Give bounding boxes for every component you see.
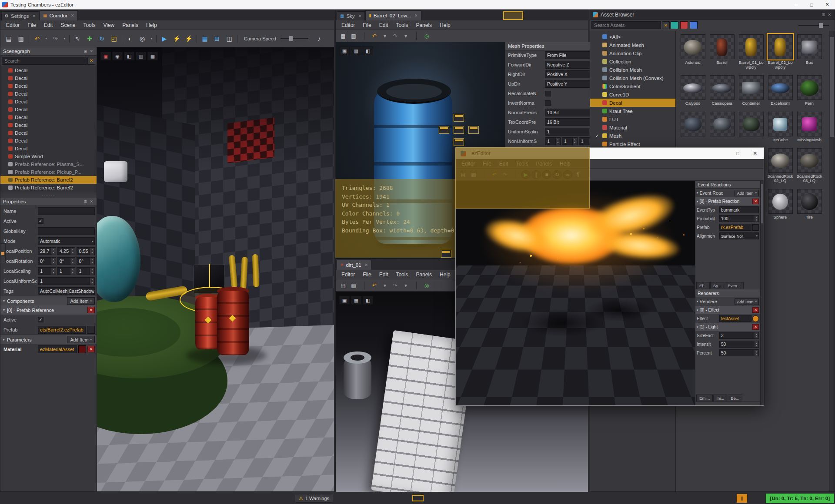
asset-item[interactable]: Sphere: [766, 189, 795, 220]
scrollbar-thumb[interactable]: [830, 37, 834, 137]
simulate-icon[interactable]: ⚡: [171, 33, 182, 44]
separator[interactable]: [68, 33, 71, 44]
tab-close-icon[interactable]: ✕: [414, 13, 418, 18]
tab-close-icon[interactable]: ✕: [71, 13, 74, 18]
position-z-input[interactable]: 0.55: [77, 247, 95, 255]
tags-select[interactable]: AutoColMesh|CastShadow: [38, 287, 95, 295]
panel-tab[interactable]: Ef...: [696, 282, 710, 289]
scrollbar[interactable]: [760, 181, 764, 405]
asset-item[interactable]: Calypso: [678, 75, 707, 106]
scenegraph-item[interactable]: Decal: [0, 90, 97, 98]
asset-item[interactable]: ScannedRock03_LQ: [795, 148, 824, 183]
separator[interactable]: [195, 33, 198, 44]
effect-renderer-group[interactable]: [0] - Effect ✕: [695, 306, 760, 314]
components-section-header[interactable]: Components Add Item: [0, 296, 97, 305]
maximize-button[interactable]: □: [729, 148, 746, 159]
search-clear-icon[interactable]: ✕: [87, 57, 95, 65]
menu-item[interactable]: Edit: [375, 270, 392, 279]
slider-thumb[interactable]: [289, 36, 293, 41]
material-asset-input[interactable]: ezMaterialAsset: [38, 345, 77, 353]
asset-item[interactable]: ScannedRock02_LQ: [766, 148, 795, 183]
asset-item[interactable]: Box: [795, 34, 824, 70]
scrollbar[interactable]: [829, 31, 835, 491]
remove-renderer-icon[interactable]: ✕: [752, 324, 759, 330]
menu-item[interactable]: Panels: [118, 20, 142, 30]
scene-viewport[interactable]: ▣◉◧▥▦: [97, 47, 334, 491]
panel-tab[interactable]: Even...: [725, 282, 744, 289]
asset-browse-button[interactable]: [752, 315, 759, 322]
grid-icon[interactable]: ▦: [351, 46, 361, 55]
rotation-z-input[interactable]: 0°: [77, 257, 95, 265]
menu-item[interactable]: Scene: [57, 20, 79, 30]
save-all-icon[interactable]: ▥: [349, 32, 358, 40]
redo-dropdown-icon[interactable]: ▾: [401, 281, 411, 290]
render-pipeline-icon[interactable]: ◎: [137, 33, 148, 44]
asset-type-filter[interactable]: Curve1D: [590, 90, 675, 99]
scenegraph-item[interactable]: Prefab Reference: Pickup_P...: [0, 168, 97, 176]
menu-item[interactable]: Tools: [392, 270, 412, 279]
menu-item[interactable]: Tools: [392, 20, 412, 30]
asset-type-filter[interactable]: Decal: [590, 99, 675, 107]
menu-item[interactable]: File: [23, 20, 40, 30]
asset-type-filter[interactable]: Kraut Tree: [590, 107, 675, 115]
globalkey-input[interactable]: [38, 227, 95, 235]
active-checkbox[interactable]: ✓: [38, 218, 43, 224]
filter-collections-icon[interactable]: [671, 21, 678, 29]
particle-viewport[interactable]: [456, 181, 695, 405]
redo-icon[interactable]: ↷: [391, 32, 400, 40]
redo-dropdown-icon[interactable]: ▾: [401, 32, 411, 40]
scenegraph-item[interactable]: Decal: [0, 121, 97, 129]
asset-type-filter[interactable]: Material: [590, 123, 675, 132]
mode-select[interactable]: Automatic: [38, 237, 95, 245]
scenegraph-item[interactable]: Decal: [0, 145, 97, 153]
menu-item[interactable]: Help: [142, 20, 161, 30]
name-input[interactable]: [38, 207, 95, 215]
asset-item[interactable]: ExcelsiorII: [766, 75, 795, 106]
pause-status-button[interactable]: ∥: [737, 494, 747, 503]
scenegraph-item[interactable]: Simple Wind: [0, 153, 97, 160]
asset-type-filter[interactable]: LUT: [590, 115, 675, 123]
document-tab[interactable]: ▦ Sky ✕: [337, 11, 365, 20]
panel-tab[interactable]: Ini...: [713, 395, 727, 401]
scenegraph-search-input[interactable]: Search: [2, 57, 87, 65]
scenegraph-item[interactable]: Decal: [0, 129, 97, 137]
asset-type-filter[interactable]: Animation Clip: [590, 49, 675, 57]
prefab-asset-input[interactable]: rk.ezPrefab: [719, 224, 752, 231]
component-active-checkbox[interactable]: ✓: [38, 317, 43, 322]
scenegraph-item[interactable]: Decal: [0, 82, 97, 90]
render-mode-icon[interactable]: ◐: [124, 33, 136, 44]
undo-icon[interactable]: ↶: [370, 281, 379, 290]
dock-target-icon[interactable]: [454, 138, 464, 146]
uniform-scale-input[interactable]: 1: [38, 277, 95, 285]
fullscreen-icon[interactable]: ◧: [124, 52, 134, 60]
scenegraph-item[interactable]: Decal: [0, 137, 97, 145]
grid-toggle-icon[interactable]: ▦: [199, 33, 210, 44]
nonuniform-x-input[interactable]: 1: [545, 137, 561, 145]
asset-search-input[interactable]: Search Assets: [591, 21, 661, 29]
asset-type-filter[interactable]: ✓ Mesh: [590, 132, 675, 140]
asset-item[interactable]: Asteroid: [678, 34, 707, 70]
scale-y-input[interactable]: 1: [57, 267, 76, 275]
asset-type-filter[interactable]: Collection: [590, 57, 675, 66]
alignment-select[interactable]: Surface Nor: [719, 232, 759, 239]
menu-item[interactable]: Editor: [337, 270, 359, 279]
visibility-icon[interactable]: ◉: [112, 52, 123, 60]
invert-normals-checkbox[interactable]: [545, 100, 551, 106]
asset-browse-button[interactable]: [87, 326, 95, 334]
dock-target-icon[interactable]: [441, 250, 451, 258]
export-asset-icon[interactable]: ◎: [422, 281, 431, 290]
remove-material-icon[interactable]: ✕: [87, 346, 95, 352]
intensity-input[interactable]: 50: [719, 341, 759, 348]
menu-item[interactable]: Tools: [79, 20, 99, 30]
snap-toggle-icon[interactable]: ⊞: [211, 33, 223, 44]
asset-type-filter[interactable]: ColorGradient: [590, 82, 675, 90]
asset-type-filter[interactable]: Collision Mesh: [590, 66, 675, 74]
menu-item[interactable]: View: [99, 20, 118, 30]
scenegraph-item[interactable]: Decal: [0, 106, 97, 113]
panel-tab[interactable]: Be...: [728, 395, 742, 401]
document-tab[interactable]: ▦ Corridor ✕: [40, 10, 78, 20]
menu-item[interactable]: Edit: [40, 20, 57, 30]
tab-close-icon[interactable]: ✕: [365, 263, 368, 267]
primitive-type-select[interactable]: From File: [545, 51, 594, 59]
menu-item[interactable]: Help: [436, 20, 454, 30]
